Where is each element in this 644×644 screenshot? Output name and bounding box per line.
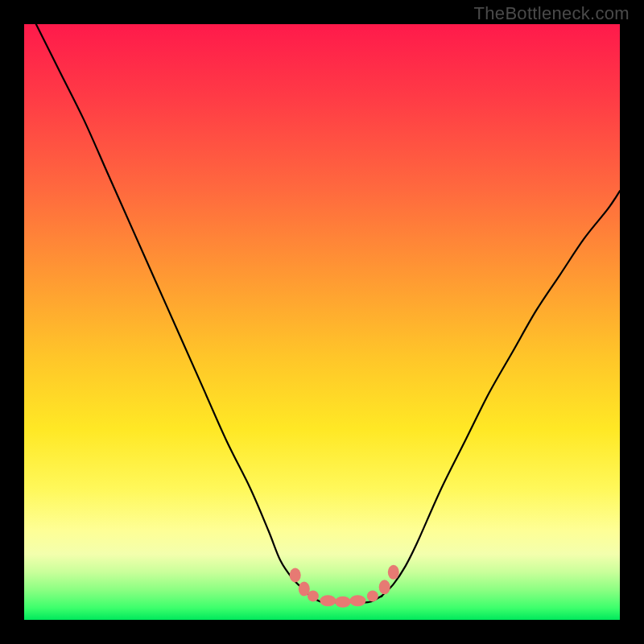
watermark-text: TheBottleneck.com — [474, 3, 630, 24]
valley-marker — [349, 595, 365, 606]
valley-marker — [308, 590, 319, 601]
chart-frame: TheBottleneck.com — [0, 0, 644, 644]
valley-markers-group — [290, 565, 399, 608]
bottleneck-curve — [36, 24, 620, 602]
valley-marker — [320, 595, 336, 606]
valley-marker — [335, 597, 351, 608]
valley-marker — [290, 568, 301, 583]
chart-svg — [24, 24, 620, 620]
valley-marker — [388, 565, 399, 580]
valley-marker — [367, 590, 378, 601]
curve-lines — [36, 24, 620, 602]
plot-area — [24, 24, 620, 620]
valley-marker — [379, 580, 390, 594]
